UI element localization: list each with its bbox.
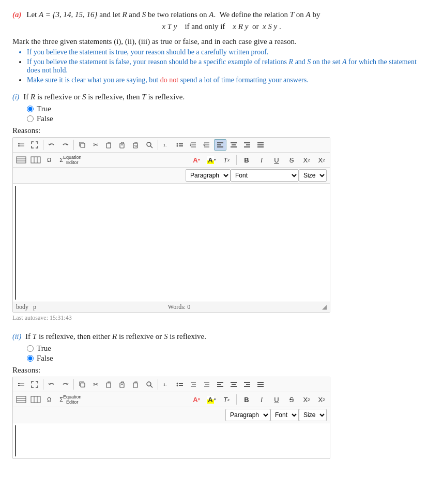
paste-text-btn-i[interactable] — [116, 139, 129, 151]
justify-btn-ii[interactable] — [254, 379, 267, 390]
indent-btn-i[interactable] — [201, 139, 213, 151]
fullscreen-btn-i[interactable] — [28, 139, 41, 151]
strikethrough-btn-ii[interactable]: S — [285, 394, 298, 405]
svg-rect-63 — [217, 382, 223, 383]
be-relations: be two relations on — [146, 10, 209, 19]
table-row-btn-ii[interactable] — [15, 394, 27, 405]
source-btn-i[interactable] — [15, 139, 27, 151]
editor-area-i[interactable] — [15, 186, 328, 300]
autosave-i: Last autosave: 15:31:43 — [12, 314, 330, 322]
radio-false[interactable] — [27, 115, 34, 122]
bullet-3-post: spend a lot of time formatting your answ… — [178, 76, 309, 84]
radio-true-ii[interactable] — [27, 345, 34, 352]
editor-tags-i: body p — [16, 303, 36, 311]
align-right-btn-i[interactable] — [241, 139, 253, 151]
outdent-btn-i[interactable] — [187, 139, 200, 151]
size-select-ii[interactable]: Size — [299, 409, 327, 421]
omega-btn-i[interactable]: Ω — [44, 154, 54, 166]
copy-btn-ii[interactable] — [76, 379, 88, 390]
highlight-btn-i[interactable]: A▾ — [205, 154, 218, 166]
radio-true[interactable] — [27, 106, 34, 112]
redo-btn-i[interactable] — [59, 139, 71, 151]
cut-btn-ii[interactable]: ✂ — [89, 379, 102, 390]
font-select-ii[interactable]: Font — [270, 409, 299, 421]
formula-btn-i[interactable]: Σ EquationEditor — [56, 154, 84, 166]
table-col-btn-i[interactable] — [29, 154, 42, 166]
ordered-list-btn-i[interactable]: 1. — [160, 139, 173, 151]
superscript-btn-ii[interactable]: X2 — [315, 394, 328, 405]
svg-line-11 — [150, 146, 152, 148]
part-a-label: (a) — [12, 10, 22, 19]
highlight-btn-ii[interactable]: A▾ — [205, 394, 218, 405]
radio-false-ii-label[interactable]: False — [27, 354, 431, 363]
underline-btn-i[interactable]: U — [270, 154, 283, 166]
italic-btn-ii[interactable]: I — [255, 394, 268, 405]
unordered-list-btn-ii[interactable] — [174, 379, 186, 390]
search-btn-ii[interactable] — [143, 379, 156, 390]
table-row-btn-i[interactable] — [15, 154, 27, 166]
clear-format-btn-ii[interactable]: Tx — [220, 394, 233, 405]
source-btn-ii[interactable] — [15, 379, 27, 390]
bold-btn-i[interactable]: B — [240, 154, 253, 166]
align-center-btn-ii[interactable] — [227, 379, 240, 390]
radio-false-label[interactable]: False — [27, 114, 431, 123]
editor-area-ii[interactable] — [15, 425, 328, 456]
intro-let: Let — [25, 10, 39, 19]
underline-btn-ii[interactable]: U — [270, 394, 283, 405]
font-select-i[interactable]: Font Arial Times New Roman Georgia — [231, 169, 299, 182]
false-label: False — [37, 114, 53, 123]
bold-btn-ii[interactable]: B — [240, 394, 253, 405]
align-left-btn-i[interactable] — [214, 139, 226, 151]
clear-format-btn-i[interactable]: Tx — [220, 154, 233, 166]
radio-false-ii[interactable] — [27, 355, 34, 362]
cut-btn-i[interactable]: ✂ — [89, 139, 102, 151]
radio-true-label[interactable]: True — [27, 105, 431, 113]
paste-text-btn-ii[interactable] — [116, 379, 129, 390]
align-center-btn-i[interactable] — [227, 139, 240, 151]
undo-btn-i[interactable] — [45, 139, 58, 151]
font-color-btn-i[interactable]: A▾ — [190, 154, 203, 166]
svg-rect-1 — [18, 145, 20, 146]
svg-rect-46 — [106, 383, 111, 388]
paragraph-select-ii[interactable]: Paragraph — [225, 409, 270, 421]
paste-btn-ii[interactable] — [103, 379, 115, 390]
part-i-options: True False — [27, 105, 431, 123]
superscript-btn-i[interactable]: X2 — [315, 154, 328, 166]
omega-btn-ii[interactable]: Ω — [44, 394, 54, 405]
svg-rect-35 — [17, 157, 26, 163]
subscript-btn-i[interactable]: X2 — [300, 154, 313, 166]
period: . We define the relation — [214, 10, 290, 19]
justify-btn-i[interactable] — [254, 139, 267, 151]
radio-true-ii-label[interactable]: True — [27, 344, 431, 353]
search-btn-i[interactable] — [143, 139, 156, 151]
part-i-statement: (i) If R is reflexive or S is reflexive,… — [12, 93, 431, 101]
paragraph-select-i[interactable]: Paragraph Heading 1 Heading 2 — [186, 169, 231, 182]
fullscreen-btn-ii[interactable] — [28, 379, 41, 390]
italic-btn-i[interactable]: I — [255, 154, 268, 166]
formula-btn-ii[interactable]: Σ EquationEditor — [56, 394, 84, 405]
align-right-btn-ii[interactable] — [241, 379, 253, 390]
body-tag-i: body — [16, 303, 28, 310]
copy-btn-i[interactable] — [76, 139, 88, 151]
svg-rect-65 — [217, 386, 223, 387]
strikethrough-btn-i[interactable]: S — [285, 154, 298, 166]
part-ii-options: True False — [27, 344, 431, 363]
svg-rect-26 — [231, 142, 237, 143]
ordered-list-btn-ii[interactable]: 1. — [160, 379, 173, 390]
resize-handle-i[interactable]: ◢ — [322, 303, 327, 311]
paste-word-btn-i[interactable]: W — [130, 139, 142, 151]
formula: x T y if and only if x R y or x S y . — [12, 22, 431, 31]
unordered-list-btn-i[interactable] — [174, 139, 186, 151]
indent-btn-ii[interactable] — [201, 379, 213, 390]
undo-btn-ii[interactable] — [45, 379, 58, 390]
outdent-btn-ii[interactable] — [187, 379, 200, 390]
align-left-btn-ii[interactable] — [214, 379, 226, 390]
redo-btn-ii[interactable] — [59, 379, 71, 390]
paste-btn-i[interactable] — [103, 139, 115, 151]
svg-rect-71 — [244, 386, 250, 387]
subscript-btn-ii[interactable]: X2 — [300, 394, 313, 405]
size-select-i[interactable]: Size 8 10 12 14 — [299, 169, 327, 182]
paste-word-btn-ii[interactable] — [130, 379, 142, 390]
table-col-btn-ii[interactable] — [29, 394, 42, 405]
font-color-btn-ii[interactable]: A▾ — [190, 394, 203, 405]
